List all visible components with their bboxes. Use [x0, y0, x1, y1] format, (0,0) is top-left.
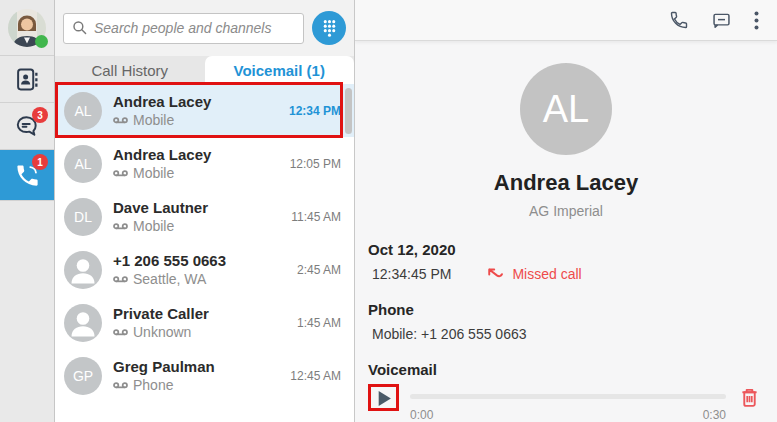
- avatar-initials: AL: [74, 103, 91, 119]
- call-date: Oct 12, 2020: [368, 241, 759, 258]
- sidebar-item-messages[interactable]: 3: [0, 103, 54, 150]
- list-item-text: Private Caller Unknown: [113, 304, 209, 341]
- call-time-stamp: 2:45 AM: [297, 263, 341, 277]
- caller-subtitle: Seattle, WA: [113, 270, 226, 288]
- elapsed-time: 0:00: [410, 408, 433, 422]
- voicemail-badge: 1: [32, 154, 48, 170]
- caller-name: Dave Lautner: [113, 198, 208, 217]
- avatar: AL: [64, 145, 102, 183]
- trash-icon: [740, 387, 759, 408]
- list-item[interactable]: Private Caller Unknown 1:45 AM: [55, 296, 354, 349]
- sidebar: 3 1: [0, 0, 55, 422]
- call-button[interactable]: [669, 10, 689, 30]
- message-icon: [711, 10, 732, 31]
- message-button[interactable]: [711, 10, 732, 31]
- kebab-menu-icon: [754, 11, 759, 30]
- call-status: Missed call: [487, 266, 581, 282]
- call-time: 12:34:45 PM: [372, 266, 451, 282]
- list-item[interactable]: GP Greg Paulman Phone 12:45 AM: [55, 349, 354, 402]
- caller-name: +1 206 555 0663: [113, 251, 226, 270]
- search-input[interactable]: [94, 20, 295, 36]
- contact-company: AG Imperial: [355, 203, 777, 219]
- search-icon: [72, 20, 88, 36]
- avatar-initials: GP: [73, 368, 93, 384]
- playback-track-col: 0:00 0:30: [410, 384, 726, 422]
- caller-name: Andrea Lacey: [113, 92, 211, 111]
- caller-subtitle-label: Unknown: [133, 323, 191, 341]
- detail-topbar: [355, 0, 777, 41]
- detail-panel: AL Andrea Lacey AG Imperial Oct 12, 2020…: [355, 0, 777, 422]
- total-duration: 0:30: [703, 408, 726, 422]
- presence-indicator-online: [35, 35, 48, 48]
- caller-subtitle: Unknown: [113, 323, 209, 341]
- play-button[interactable]: [377, 390, 392, 407]
- tab-voicemail[interactable]: Voicemail (1): [205, 56, 355, 84]
- voicemail-section-label: Voicemail: [368, 361, 759, 378]
- list-item-text: Andrea Lacey Mobile: [113, 92, 211, 129]
- avatar-initials: DL: [74, 209, 92, 225]
- search-row: [55, 0, 354, 56]
- sidebar-item-phone-active[interactable]: 1: [0, 150, 54, 201]
- voicemail-icon: [113, 381, 128, 390]
- more-options-button[interactable]: [754, 11, 759, 30]
- call-time-stamp: 12:34 PM: [289, 104, 341, 118]
- caller-subtitle: Mobile: [113, 111, 211, 129]
- call-time-stamp: 12:45 AM: [290, 369, 341, 383]
- play-icon: [377, 390, 392, 407]
- call-time-stamp: 11:45 AM: [291, 210, 341, 224]
- playback-progress-bar[interactable]: [410, 394, 726, 399]
- call-list-panel: Call History Voicemail (1) AL Andrea Lac…: [55, 0, 355, 422]
- call-time-row: 12:34:45 PM Missed call: [368, 266, 759, 282]
- voicemail-icon: [113, 222, 128, 231]
- voicemail-icon: [113, 116, 128, 125]
- caller-name: Greg Paulman: [113, 357, 215, 376]
- caller-subtitle-label: Phone: [133, 376, 173, 394]
- avatar: AL: [64, 92, 102, 130]
- voicemail-section: Voicemail 0:00: [368, 361, 759, 422]
- playback-times: 0:00 0:30: [410, 408, 726, 422]
- user-avatar-section[interactable]: [0, 0, 54, 56]
- phone-icon: [669, 10, 689, 30]
- list-item-text: Greg Paulman Phone: [113, 357, 215, 394]
- sidebar-item-contacts[interactable]: [0, 56, 54, 103]
- list-item[interactable]: DL Dave Lautner Mobile 11:45 AM: [55, 190, 354, 243]
- call-info: Oct 12, 2020 12:34:45 PM Missed call Pho…: [355, 241, 777, 422]
- app-window: 3 1: [0, 0, 777, 422]
- list-item[interactable]: AL Andrea Lacey Mobile 12:34 PM: [55, 84, 354, 137]
- list-item[interactable]: AL Andrea Lacey Mobile 12:05 PM: [55, 137, 354, 190]
- contact-avatar-initials: AL: [543, 88, 589, 131]
- tab-bar: Call History Voicemail (1): [55, 56, 354, 84]
- list-item-text: +1 206 555 0663 Seattle, WA: [113, 251, 226, 288]
- phone-number: Mobile: +1 206 555 0663: [368, 326, 759, 342]
- person-silhouette-icon: [64, 251, 102, 289]
- avatar: GP: [64, 357, 102, 395]
- person-silhouette-icon: [64, 304, 102, 342]
- tab-call-history[interactable]: Call History: [55, 56, 205, 84]
- dialpad-button[interactable]: [312, 11, 346, 45]
- caller-subtitle-label: Mobile: [133, 217, 174, 235]
- contact-name: Andrea Lacey: [355, 170, 777, 196]
- caller-subtitle-label: Seattle, WA: [133, 270, 206, 288]
- list-item[interactable]: +1 206 555 0663 Seattle, WA 2:45 AM: [55, 243, 354, 296]
- delete-voicemail-button[interactable]: [740, 387, 759, 411]
- search-box[interactable]: [63, 13, 304, 44]
- call-status-label: Missed call: [512, 266, 581, 282]
- avatar: DL: [64, 198, 102, 236]
- call-time-stamp: 12:05 PM: [290, 157, 341, 171]
- voicemail-icon: [113, 169, 128, 178]
- call-time-stamp: 1:45 AM: [297, 316, 341, 330]
- list-scrollbar-thumb[interactable]: [345, 88, 352, 134]
- avatar: [64, 304, 102, 342]
- avatar-initials: AL: [74, 156, 91, 172]
- messages-badge: 3: [32, 107, 48, 123]
- missed-call-icon: [487, 267, 505, 281]
- voicemail-icon: [113, 328, 128, 337]
- caller-subtitle: Mobile: [113, 164, 211, 182]
- caller-subtitle-label: Mobile: [133, 111, 174, 129]
- list-item-text: Andrea Lacey Mobile: [113, 145, 211, 182]
- dialpad-icon: [321, 18, 338, 38]
- phone-section-label: Phone: [368, 301, 759, 318]
- phone-section: Phone Mobile: +1 206 555 0663: [368, 301, 759, 342]
- play-button-annotation: [368, 384, 399, 411]
- voicemail-player: 0:00 0:30: [368, 384, 759, 422]
